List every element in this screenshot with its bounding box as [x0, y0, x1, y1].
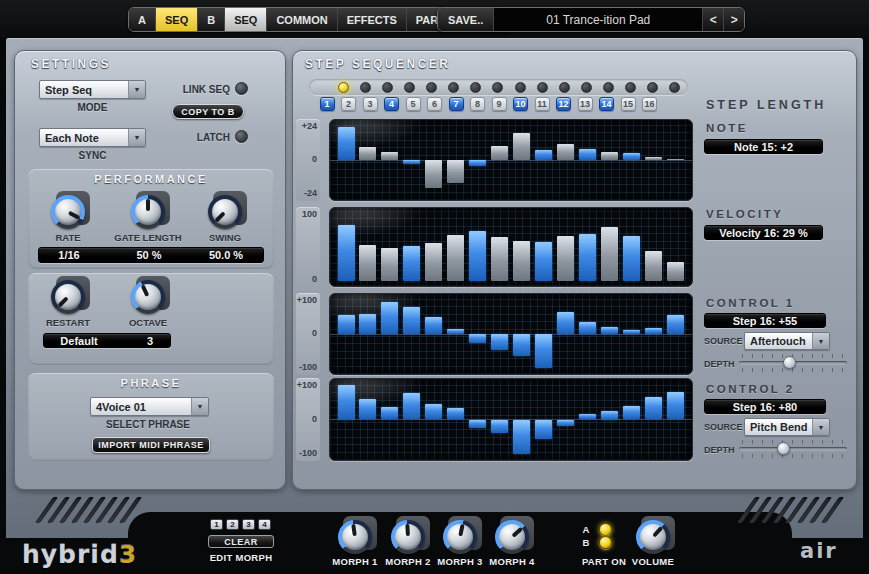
- step-bar-15[interactable]: [645, 328, 662, 334]
- step-bar-3[interactable]: [381, 152, 398, 161]
- step-bar-6[interactable]: [447, 408, 464, 419]
- step-bar-9[interactable]: [513, 241, 530, 281]
- control2-depth-slider[interactable]: [738, 440, 848, 458]
- step-bar-4[interactable]: [403, 393, 420, 420]
- morph3-knob[interactable]: [443, 520, 477, 554]
- step-button-2[interactable]: 2: [341, 97, 356, 111]
- part-b-led[interactable]: [599, 536, 612, 549]
- step-button-4[interactable]: 4: [384, 97, 399, 111]
- step-bar-7[interactable]: [469, 420, 486, 429]
- import-midi-phrase-button[interactable]: IMPORT MIDI PHRASE: [92, 437, 210, 453]
- step-button-16[interactable]: 16: [642, 97, 657, 111]
- step-bar-3[interactable]: [381, 407, 398, 420]
- slider-handle[interactable]: [783, 356, 796, 369]
- link-seq-led[interactable]: [235, 82, 248, 95]
- preset-next-button[interactable]: >: [723, 8, 744, 31]
- step-bar-5[interactable]: [425, 404, 442, 420]
- step-bar-11[interactable]: [557, 144, 574, 160]
- step-bar-2[interactable]: [359, 245, 376, 281]
- preset-prev-button[interactable]: <: [702, 8, 723, 31]
- save-button[interactable]: SAVE..: [438, 8, 494, 31]
- mode-dropdown[interactable]: Step Seq ▼: [39, 80, 146, 99]
- step-button-10[interactable]: 10: [513, 97, 528, 111]
- velocity-chart[interactable]: [329, 207, 693, 287]
- step-bar-14[interactable]: [623, 330, 640, 334]
- step-bar-9[interactable]: [513, 420, 530, 455]
- step-bar-8[interactable]: [491, 334, 508, 350]
- morph-select-button-4[interactable]: 4: [258, 519, 271, 530]
- control1-source-dropdown[interactable]: Aftertouch ▼: [744, 332, 830, 350]
- gate-length-knob[interactable]: [131, 195, 165, 229]
- step-button-11[interactable]: 11: [535, 97, 550, 111]
- step-bar-1[interactable]: [338, 385, 355, 420]
- step-bar-1[interactable]: [338, 225, 355, 281]
- step-button-12[interactable]: 12: [556, 97, 571, 111]
- sync-dropdown[interactable]: Each Note ▼: [39, 128, 146, 147]
- copy-to-b-button[interactable]: COPY TO B: [172, 104, 244, 119]
- morph-select-button-1[interactable]: 1: [210, 519, 223, 530]
- morph4-knob[interactable]: [495, 520, 529, 554]
- step-bar-16[interactable]: [667, 392, 684, 420]
- step-bar-11[interactable]: [557, 420, 574, 427]
- step-bar-8[interactable]: [491, 146, 508, 160]
- step-bar-2[interactable]: [359, 147, 376, 160]
- step-bar-14[interactable]: [623, 236, 640, 281]
- step-bar-15[interactable]: [645, 397, 662, 419]
- morph-select-button-2[interactable]: 2: [226, 519, 239, 530]
- tab-seq-a[interactable]: SEQ: [156, 8, 198, 31]
- tab-part-a[interactable]: A: [129, 8, 156, 31]
- octave-knob[interactable]: [131, 280, 165, 314]
- step-bar-11[interactable]: [557, 236, 574, 281]
- step-bar-10[interactable]: [535, 150, 552, 160]
- step-bar-4[interactable]: [403, 160, 420, 164]
- step-bar-13[interactable]: [601, 327, 618, 334]
- step-button-8[interactable]: 8: [470, 97, 485, 111]
- step-bar-14[interactable]: [623, 406, 640, 419]
- step-bar-6[interactable]: [447, 329, 464, 334]
- latch-led[interactable]: [235, 130, 248, 143]
- step-button-13[interactable]: 13: [578, 97, 593, 111]
- step-bar-16[interactable]: [667, 159, 684, 161]
- step-button-15[interactable]: 15: [621, 97, 636, 111]
- control2-source-dropdown[interactable]: Pitch Bend ▼: [744, 418, 830, 436]
- morph2-knob[interactable]: [391, 520, 425, 554]
- step-bar-13[interactable]: [601, 152, 618, 161]
- step-bar-8[interactable]: [491, 237, 508, 281]
- control1-depth-slider[interactable]: [738, 354, 848, 372]
- step-bar-9[interactable]: [513, 334, 530, 356]
- clear-button[interactable]: CLEAR: [208, 535, 274, 548]
- step-bar-6[interactable]: [447, 235, 464, 281]
- rate-knob[interactable]: [51, 195, 85, 229]
- volume-knob[interactable]: [636, 520, 670, 554]
- step-bar-12[interactable]: [579, 322, 596, 334]
- step-button-6[interactable]: 6: [427, 97, 442, 111]
- control1-chart[interactable]: [329, 293, 693, 375]
- step-bar-13[interactable]: [601, 411, 618, 420]
- step-bar-1[interactable]: [338, 315, 355, 334]
- step-button-3[interactable]: 3: [363, 97, 378, 111]
- step-bar-7[interactable]: [469, 231, 486, 281]
- step-button-1[interactable]: 1: [320, 97, 335, 111]
- step-bar-10[interactable]: [535, 334, 552, 368]
- step-bar-12[interactable]: [579, 149, 596, 160]
- select-phrase-dropdown[interactable]: 4Voice 01 ▼: [90, 397, 209, 416]
- step-bar-14[interactable]: [623, 153, 640, 160]
- step-bar-4[interactable]: [403, 307, 420, 334]
- step-bar-13[interactable]: [601, 227, 618, 281]
- step-button-9[interactable]: 9: [492, 97, 507, 111]
- step-bar-3[interactable]: [381, 248, 398, 282]
- morph1-knob[interactable]: [338, 520, 372, 554]
- tab-part-b[interactable]: B: [198, 8, 225, 31]
- step-button-7[interactable]: 7: [449, 97, 464, 111]
- step-bar-10[interactable]: [535, 420, 552, 440]
- step-bar-2[interactable]: [359, 314, 376, 334]
- step-bar-8[interactable]: [491, 420, 508, 434]
- step-bar-6[interactable]: [447, 160, 464, 183]
- step-bar-15[interactable]: [645, 157, 662, 160]
- part-a-led[interactable]: [599, 523, 612, 536]
- preset-display[interactable]: 01 Trance-ition Pad: [494, 8, 702, 31]
- step-bar-4[interactable]: [403, 246, 420, 281]
- step-bar-1[interactable]: [338, 127, 355, 160]
- step-bar-9[interactable]: [513, 133, 530, 160]
- restart-knob[interactable]: [51, 280, 85, 314]
